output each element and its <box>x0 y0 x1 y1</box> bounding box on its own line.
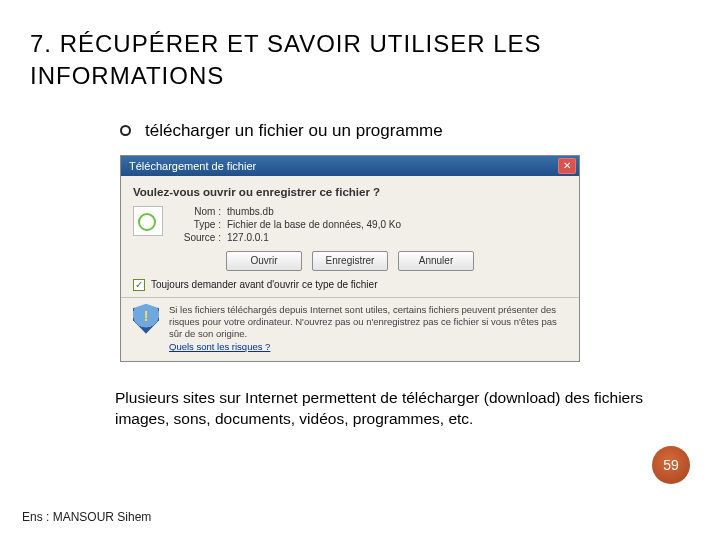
value-source: 127.0.0.1 <box>227 232 401 243</box>
label-type: Type : <box>173 219 221 230</box>
warning-body: Si les fichiers téléchargés depuis Inter… <box>169 304 557 339</box>
open-button[interactable]: Ouvrir <box>226 251 302 271</box>
page-number-badge: 59 <box>652 446 690 484</box>
slide-title: 7. RÉCUPÉRER ET SAVOIR UTILISER LES INFO… <box>0 0 720 103</box>
file-info: Nom : thumbs.db Type : Fichier de la bas… <box>173 206 401 243</box>
dialog-titlebar: Téléchargement de fichier ✕ <box>121 156 579 176</box>
download-dialog: Téléchargement de fichier ✕ Voulez-vous … <box>120 155 580 363</box>
value-name: thumbs.db <box>227 206 401 217</box>
divider <box>121 297 579 298</box>
risk-link[interactable]: Quels sont les risques ? <box>169 341 270 353</box>
title-frag: ET <box>219 30 259 57</box>
bullet-icon <box>120 125 131 136</box>
title-frag: LES <box>486 30 542 57</box>
value-type: Fichier de la base de données, 49,0 Ko <box>227 219 401 230</box>
body-paragraph: Plusieurs sites sur Internet permettent … <box>0 362 720 430</box>
label-name: Nom : <box>173 206 221 217</box>
title-line2: INFORMATIONS <box>30 62 224 89</box>
title-frag: SAVOIR <box>259 30 362 57</box>
save-button[interactable]: Enregistrer <box>312 251 388 271</box>
footer-author: Ens : MANSOUR Sihem <box>22 510 151 524</box>
title-frag: ÉCUPÉRER <box>78 30 219 57</box>
title-frag: 7. R <box>30 30 78 57</box>
warning-text: Si les fichiers téléchargés depuis Inter… <box>169 304 567 354</box>
bullet-item: télécharger un fichier ou un programme <box>0 103 720 149</box>
title-frag: UTILISER <box>362 30 486 57</box>
bullet-text: télécharger un fichier ou un programme <box>145 121 443 141</box>
shield-icon <box>133 304 159 334</box>
cancel-button[interactable]: Annuler <box>398 251 474 271</box>
dialog-title: Téléchargement de fichier <box>129 160 256 172</box>
file-icon <box>133 206 163 236</box>
always-ask-label: Toujours demander avant d'ouvrir ce type… <box>151 279 377 290</box>
label-source: Source : <box>173 232 221 243</box>
close-button[interactable]: ✕ <box>558 158 576 174</box>
dialog-question: Voulez-vous ouvrir ou enregistrer ce fic… <box>133 186 567 198</box>
always-ask-checkbox[interactable]: ✓ <box>133 279 145 291</box>
